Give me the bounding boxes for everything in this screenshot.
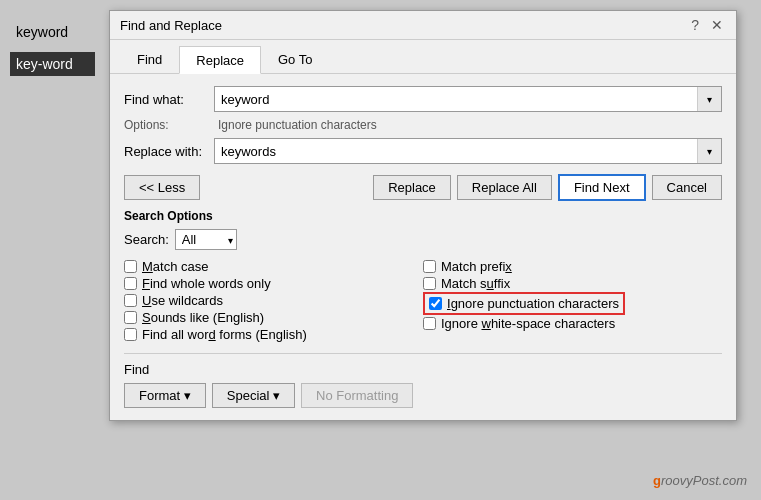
replace-all-button[interactable]: Replace All [457, 175, 552, 200]
search-select[interactable]: All Down Up [175, 229, 237, 250]
options-text: Ignore punctuation characters [218, 118, 377, 132]
close-button[interactable]: ✕ [708, 17, 726, 33]
search-label: Search: [124, 232, 169, 247]
checkbox-word-forms: Find all word forms (English) [124, 326, 423, 343]
match-suffix-checkbox[interactable] [423, 277, 436, 290]
sidebar: keyword key-word [0, 0, 105, 96]
replace-with-row: Replace with: ▾ [124, 138, 722, 164]
search-row: Search: All Down Up ▾ [124, 229, 722, 250]
dialog-titlebar: Find and Replace ? ✕ [110, 11, 736, 40]
find-what-label: Find what: [124, 92, 214, 107]
checkbox-wildcards: Use wildcards [124, 292, 423, 309]
bottom-section-label: Find [124, 362, 722, 377]
cancel-button[interactable]: Cancel [652, 175, 722, 200]
ignore-whitespace-checkbox[interactable] [423, 317, 436, 330]
checkbox-ignore-punctuation: Ignore punctuation characters [423, 292, 625, 315]
word-forms-checkbox[interactable] [124, 328, 137, 341]
checkbox-sounds-like: Sounds like (English) [124, 309, 423, 326]
dialog-title: Find and Replace [120, 18, 222, 33]
options-label: Options: [124, 118, 214, 132]
find-what-row: Find what: ▾ [124, 86, 722, 112]
checkbox-col-right: Match prefix Match suffix Ignore punctua… [423, 258, 722, 343]
checkboxes-grid: Match case Find whole words only Use wil… [124, 258, 722, 343]
replace-input[interactable] [215, 141, 697, 162]
ignore-whitespace-label: Ignore white-space characters [441, 316, 615, 331]
bottom-section: Find Format ▾ Special ▾ No Formatting [124, 353, 722, 408]
find-input[interactable] [215, 89, 697, 110]
search-options-label: Search Options [124, 209, 722, 223]
tab-replace[interactable]: Replace [179, 46, 261, 74]
tab-goto[interactable]: Go To [261, 46, 329, 73]
whole-words-checkbox[interactable] [124, 277, 137, 290]
replace-input-container: ▾ [214, 138, 722, 164]
keyword-label-2: key-word [10, 52, 95, 76]
no-formatting-button[interactable]: No Formatting [301, 383, 413, 408]
find-dropdown-arrow[interactable]: ▾ [697, 87, 721, 111]
replace-button[interactable]: Replace [373, 175, 451, 200]
find-replace-dialog: Find and Replace ? ✕ Find Replace Go To … [109, 10, 737, 421]
match-case-label: Match case [142, 259, 209, 274]
action-buttons: << Less Replace Replace All Find Next Ca… [124, 174, 722, 201]
find-input-container: ▾ [214, 86, 722, 112]
checkbox-match-suffix: Match suffix [423, 275, 722, 292]
match-prefix-label: Match prefix [441, 259, 512, 274]
checkbox-col-left: Match case Find whole words only Use wil… [124, 258, 423, 343]
replace-with-label: Replace with: [124, 144, 214, 159]
checkbox-match-prefix: Match prefix [423, 258, 722, 275]
checkbox-ignore-whitespace: Ignore white-space characters [423, 315, 722, 332]
keyword-label-1: keyword [10, 20, 95, 44]
help-button[interactable]: ? [688, 17, 702, 33]
find-next-button[interactable]: Find Next [558, 174, 646, 201]
options-row: Options: Ignore punctuation characters [124, 118, 722, 132]
replace-dropdown-arrow[interactable]: ▾ [697, 139, 721, 163]
tab-find[interactable]: Find [120, 46, 179, 73]
wildcards-label: Use wildcards [142, 293, 223, 308]
groovy-watermark: groovyPost.com [653, 473, 747, 488]
match-case-checkbox[interactable] [124, 260, 137, 273]
bottom-buttons: Format ▾ Special ▾ No Formatting [124, 383, 722, 408]
sounds-like-checkbox[interactable] [124, 311, 137, 324]
less-button[interactable]: << Less [124, 175, 200, 200]
ignore-punctuation-checkbox[interactable] [429, 297, 442, 310]
sounds-like-label: Sounds like (English) [142, 310, 264, 325]
tab-bar: Find Replace Go To [110, 40, 736, 74]
search-select-wrapper: All Down Up ▾ [175, 229, 237, 250]
special-button[interactable]: Special ▾ [212, 383, 295, 408]
whole-words-label: Find whole words only [142, 276, 271, 291]
ignore-punctuation-label: Ignore punctuation characters [447, 296, 619, 311]
groovy-g: g [653, 473, 661, 488]
word-forms-label: Find all word forms (English) [142, 327, 307, 342]
checkbox-match-case: Match case [124, 258, 423, 275]
dialog-body: Find what: ▾ Options: Ignore punctuation… [110, 74, 736, 420]
format-button[interactable]: Format ▾ [124, 383, 206, 408]
match-prefix-checkbox[interactable] [423, 260, 436, 273]
match-suffix-label: Match suffix [441, 276, 510, 291]
wildcards-checkbox[interactable] [124, 294, 137, 307]
titlebar-controls: ? ✕ [688, 17, 726, 33]
checkbox-whole-words: Find whole words only [124, 275, 423, 292]
